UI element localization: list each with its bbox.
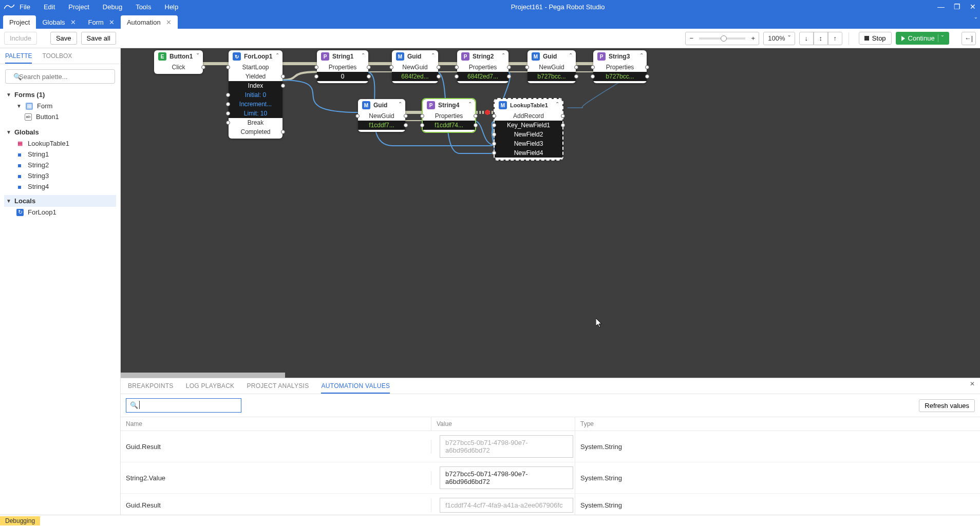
menu-edit[interactable]: Edit xyxy=(44,3,55,11)
close-panel-icon[interactable]: ✕ xyxy=(970,380,975,391)
node-row: Increment... xyxy=(229,100,282,109)
back-icon[interactable]: ←| xyxy=(962,32,976,45)
node-row: b727bcc... xyxy=(527,72,576,81)
menu-project[interactable]: Project xyxy=(68,3,89,11)
chevron-down-icon[interactable]: ˇ xyxy=(938,34,944,42)
stop-button[interactable]: Stop xyxy=(859,32,892,45)
tabs-dropdown-icon[interactable]: ˇ xyxy=(975,16,977,24)
value-row[interactable]: Guid.Result b727bcc5-0b71-4798-90e7-a6bd… xyxy=(121,431,980,462)
chevron-up-icon[interactable]: ˆ xyxy=(432,53,434,60)
automation-canvas[interactable]: EButton1ˇ Click ↻ForLoop1ˆ StartLoop Yie… xyxy=(121,48,980,378)
chevron-up-icon[interactable]: ˆ xyxy=(570,53,572,60)
globals-group[interactable]: ▼Globals xyxy=(4,126,116,138)
node-guid-bottom[interactable]: MGuidˆ NewGuid f1cddf7... xyxy=(358,99,405,132)
palette-search-input[interactable] xyxy=(5,69,115,84)
button1-item[interactable]: abButton1 xyxy=(4,111,116,122)
app-logo-icon xyxy=(4,3,14,10)
minimize-icon[interactable]: — xyxy=(937,3,945,10)
node-string2[interactable]: PString2ˆ Properties 684f2ed7... xyxy=(457,50,508,83)
node-title: LookupTable1 xyxy=(510,102,548,108)
node-button1[interactable]: EButton1ˇ Click xyxy=(154,50,203,74)
refresh-values-button[interactable]: Refresh values xyxy=(919,399,975,412)
close-tab-icon[interactable]: ✕ xyxy=(109,18,115,26)
string3-item[interactable]: ◆String3 xyxy=(4,170,116,181)
close-icon[interactable]: ✕ xyxy=(970,3,976,10)
column-value-header[interactable]: Value xyxy=(431,417,575,431)
port[interactable] xyxy=(201,65,205,69)
chevron-up-icon[interactable]: ˆ xyxy=(502,53,504,60)
value-row[interactable]: Guid.Result f1cddf74-4cf7-4fa9-a41a-a2ee… xyxy=(121,494,980,515)
lookup-icon: ▦ xyxy=(16,140,24,147)
close-tab-icon[interactable]: ✕ xyxy=(70,18,76,26)
node-guid-top2[interactable]: MGuidˆ NewGuid b727bcc... xyxy=(527,50,576,83)
property-badge-icon: P xyxy=(597,52,606,61)
chevron-up-icon[interactable]: ˆ xyxy=(276,53,278,60)
zoom-in-icon[interactable]: + xyxy=(747,34,759,42)
close-tab-icon[interactable]: ✕ xyxy=(166,18,172,26)
diamond-icon: ◆ xyxy=(15,160,25,170)
zoom-slider[interactable] xyxy=(699,37,745,40)
tab-form[interactable]: Form✕ xyxy=(82,15,121,29)
chevron-up-icon[interactable]: ˆ xyxy=(556,102,558,109)
value-cell[interactable]: b727bcc5-0b71-4798-90e7-a6bd96d6bd72 xyxy=(440,466,573,489)
tab-automation[interactable]: Automation✕ xyxy=(121,15,178,29)
node-row: NewField4 xyxy=(495,148,562,158)
maximize-icon[interactable]: ❐ xyxy=(954,3,960,10)
chevron-up-icon[interactable]: ˆ xyxy=(469,102,471,109)
palette-tab[interactable]: PALETTE xyxy=(5,52,32,64)
chevron-down-icon[interactable]: ˇ xyxy=(197,53,199,60)
string4-item[interactable]: ◆String4 xyxy=(4,181,116,192)
group-label: Globals xyxy=(14,128,39,136)
arrange-icon[interactable]: ↕ xyxy=(814,32,828,45)
breakpoints-tab[interactable]: BREAKPOINTS xyxy=(128,382,174,394)
node-row: StartLoop xyxy=(229,63,282,72)
zoom-control[interactable]: − + xyxy=(685,32,759,45)
align-up-icon[interactable]: ↑ xyxy=(828,32,842,45)
menu-file[interactable]: File xyxy=(20,3,30,11)
string2-item[interactable]: ◆String2 xyxy=(4,160,116,170)
method-badge-icon: M xyxy=(396,52,404,61)
node-string3[interactable]: PString3ˆ Properties b727bcc... xyxy=(593,50,647,83)
string1-item[interactable]: ◆String1 xyxy=(4,149,116,160)
node-forloop1[interactable]: ↻ForLoop1ˆ StartLoop Yielded Index Initi… xyxy=(229,50,282,139)
toolbox-tab[interactable]: TOOLBOX xyxy=(42,52,72,64)
horizontal-scrollbar[interactable] xyxy=(121,373,285,378)
column-type-header[interactable]: Type xyxy=(575,417,980,431)
chevron-up-icon[interactable]: ˆ xyxy=(362,53,364,60)
zoom-thumb[interactable] xyxy=(721,35,727,42)
menu-debug[interactable]: Debug xyxy=(103,3,122,11)
node-row: Click xyxy=(154,63,203,72)
value-row[interactable]: String2.Value b727bcc5-0b71-4798-90e7-a6… xyxy=(121,462,980,494)
save-all-button[interactable]: Save all xyxy=(81,32,116,45)
column-name-header[interactable]: Name xyxy=(121,417,431,431)
continue-button[interactable]: Continue ˇ xyxy=(896,32,949,45)
menu-tools[interactable]: Tools xyxy=(136,3,151,11)
form-item[interactable]: ▼▦Form xyxy=(4,101,116,111)
forloop-item[interactable]: ↻ForLoop1 xyxy=(4,207,116,218)
chevron-up-icon[interactable]: ˆ xyxy=(399,102,401,109)
locals-group[interactable]: ▼Locals xyxy=(4,195,116,207)
values-filter-input[interactable] xyxy=(126,398,241,413)
tab-project[interactable]: Project xyxy=(3,15,36,29)
zoom-level-dropdown[interactable]: 100% ˇ xyxy=(763,32,795,45)
lookuptable-item[interactable]: ▦LookupTable1 xyxy=(4,138,116,149)
node-row: Initial: 0 xyxy=(229,90,282,100)
zoom-out-icon[interactable]: − xyxy=(686,34,697,42)
status-bar: Debugging xyxy=(0,515,980,526)
node-string4[interactable]: PString4ˆ Properties f1cddf74... xyxy=(423,99,475,132)
forms-group[interactable]: ▼Forms (1) xyxy=(4,89,116,101)
menu-help[interactable]: Help xyxy=(165,3,179,11)
group-label: Forms (1) xyxy=(14,91,45,99)
zoom-level-label: 100% xyxy=(768,34,785,42)
chevron-up-icon[interactable]: ˆ xyxy=(640,53,643,60)
tab-globals[interactable]: Globals✕ xyxy=(36,15,82,29)
node-guid-top1[interactable]: MGuidˆ NewGuid 684f2ed... xyxy=(392,50,438,83)
align-down-icon[interactable]: ↓ xyxy=(799,32,814,45)
log-playback-tab[interactable]: LOG PLAYBACK xyxy=(186,382,235,394)
node-string1[interactable]: PString1ˆ Properties 0 xyxy=(317,50,368,83)
node-lookuptable1[interactable]: MLookupTable1ˆ AddRecord Key_NewField1 N… xyxy=(495,99,562,160)
save-button[interactable]: Save xyxy=(50,32,77,45)
project-analysis-tab[interactable]: PROJECT ANALYSIS xyxy=(247,382,309,394)
node-row: AddRecord xyxy=(495,111,562,121)
automation-values-tab[interactable]: AUTOMATION VALUES xyxy=(321,382,390,394)
